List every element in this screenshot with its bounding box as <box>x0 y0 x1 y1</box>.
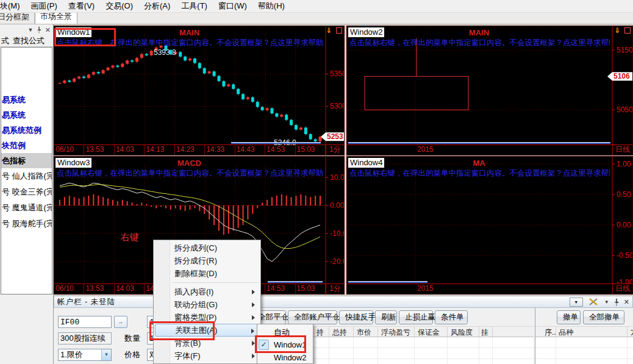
chart-area: 535053005253 MAIN 点击鼠标右键，在弹出的菜单中指定窗口内容。不… <box>54 24 633 296</box>
period-label: 日线 <box>612 284 632 294</box>
time-axis-label: 2015 <box>417 284 434 293</box>
pin-icon[interactable]: ╄ <box>37 27 40 33</box>
account-bar-title: 帐户栏 - 未登陆 <box>57 297 115 307</box>
tree-item-yaojinsanfu[interactable]: 号 咬金三斧(完 <box>1 184 52 200</box>
menu-help[interactable]: 帮助(H) <box>252 0 290 13</box>
menu-modules[interactable]: 块(M) <box>0 0 26 13</box>
chevron-down-icon[interactable]: ▼ <box>27 27 33 33</box>
maximize-icon[interactable] <box>336 27 342 34</box>
window4-help-link[interactable]: 点击鼠标右键，在弹出的菜单中指定窗口内容。不会设置框架？点这里寻求帮助 <box>349 168 610 179</box>
time-axis-label: 13:53 <box>84 284 114 294</box>
svg-text:5050: 5050 <box>617 105 633 114</box>
close-icon[interactable]: ✕ <box>45 27 51 33</box>
svg-text:0.50: 0.50 <box>617 190 631 199</box>
submenu-item-auto[interactable]: 自动 <box>257 326 313 338</box>
orders-table-body[interactable] <box>535 337 633 364</box>
menu-view[interactable]: 查看(V) <box>63 0 100 13</box>
svg-text:-10.00: -10.00 <box>330 229 345 238</box>
col-margin: 保证金 <box>418 327 440 338</box>
submenu-item-window2[interactable]: Window2 <box>257 351 313 364</box>
svg-text:-20.00: -20.00 <box>330 257 345 266</box>
tools-icon[interactable] <box>588 298 599 306</box>
menu-item-font[interactable]: 字体(F) <box>154 349 260 362</box>
menu-screen[interactable]: 画面(P) <box>26 0 63 13</box>
window1-help-link[interactable]: 点击鼠标右键，在弹出的菜单中指定窗口内容。不会设置框架？点这里寻求帮助 <box>57 38 323 48</box>
trade-form-area: .. 300股指连续 数量 1.限价▼ 价格 全部平仓 全部账户平仓 快捷反手 … <box>54 308 633 364</box>
stop-loss-button[interactable]: 止损止赢 <box>399 310 433 324</box>
h-scrollbar[interactable] <box>348 142 610 144</box>
svg-text:5106: 5106 <box>613 72 630 80</box>
col-total-position: 总持 <box>332 327 347 338</box>
menu-item-background[interactable]: 背景(B) <box>154 337 260 349</box>
browse-button[interactable]: .. <box>114 316 127 328</box>
tree-item-trade-system2[interactable]: 易系统 <box>1 107 52 123</box>
time-axis-label: 14:33 <box>205 145 235 155</box>
sidebar: ▼ ╄ ✕ 式 查找公式 易系统 易系统 易系统范例 块范例 色指标 号 仙人指… <box>0 24 54 296</box>
time-axis-label: 14:03 <box>115 145 145 155</box>
h-scrollbar[interactable] <box>268 281 323 283</box>
pin-icon[interactable]: ╄ <box>615 299 618 305</box>
menu-item-split-rows[interactable]: 拆分成行(R) <box>154 254 260 267</box>
submenu-item-window1[interactable]: ✓ Window1 <box>257 338 313 351</box>
tree-item-guhaiduoshou[interactable]: 号 股海舵手(完 <box>1 216 52 232</box>
col-pending: 挂 <box>481 327 488 338</box>
period-label: 日线 <box>612 145 632 155</box>
chart-window-1[interactable]: 535053005253 MAIN 点击鼠标右键，在弹出的菜单中指定窗口内容。不… <box>54 26 345 155</box>
menu-trade[interactable]: 交易(O) <box>100 0 138 13</box>
svg-text:0.00: 0.00 <box>330 201 345 210</box>
chart-window-2[interactable]: 515050505106 MAIN 点击鼠标右键，在弹出的菜单中指定窗口内容。不… <box>346 26 633 155</box>
h-scrollbar[interactable] <box>231 142 321 144</box>
tree-item-module-examples[interactable]: 块范例 <box>1 138 52 153</box>
svg-text:10.00: 10.00 <box>330 173 345 182</box>
close-all-accounts-button[interactable]: 全部账户平仓 <box>288 310 337 324</box>
sidebar-dock-header: ▼ ╄ ✕ <box>0 24 53 35</box>
menu-analysis[interactable]: 分析(A) <box>138 0 176 13</box>
cancel-all-orders-button[interactable]: 全部撤单 <box>583 310 624 324</box>
link-anchor-icon[interactable]: ⇓ <box>326 27 332 34</box>
contract-name-field: 300股指连续 <box>58 332 112 344</box>
svg-text:-0.50: -0.50 <box>617 251 633 260</box>
menu-item-delete-frame[interactable]: 删除框架(D) <box>154 267 260 280</box>
time-axis-label: 14:03 <box>115 284 145 294</box>
time-axis-label: 15:03 <box>296 145 326 155</box>
chart-window-4[interactable]: 1.000.500.00-0.50-1.00 MA 点击鼠标右键，在弹出的菜单中… <box>346 156 633 294</box>
tree-item-trade-system[interactable]: 易系统 <box>1 92 52 107</box>
time-axis-label: 14:43 <box>235 145 265 155</box>
symbol-input[interactable] <box>58 316 112 328</box>
time-axis-label: 2015 <box>417 145 434 154</box>
tree-item-moguitongdao[interactable]: 号 魔鬼通道(完 <box>1 200 52 216</box>
dropdown-button[interactable]: ▼ <box>570 298 583 307</box>
refresh-button[interactable]: 刷新 <box>375 310 397 324</box>
maximize-icon[interactable] <box>624 27 631 34</box>
menu-item-link-main-chart[interactable]: 关联主图(A) <box>155 324 259 337</box>
cancel-order-button[interactable]: 撤单 <box>557 310 581 324</box>
tab-market-overview[interactable]: 市场全景 <box>35 13 77 24</box>
account-bar-controls: ▼ ▼ ╄ ✕ <box>570 298 629 307</box>
close-icon[interactable]: ✕ <box>624 298 629 306</box>
chevron-down-icon[interactable]: ▼ <box>604 299 609 305</box>
tree-item-system-examples[interactable]: 易系统范例 <box>1 123 52 138</box>
menu-tools[interactable]: 工具(T) <box>176 0 213 13</box>
svg-text:5300: 5300 <box>330 102 345 110</box>
menu-item-split-columns[interactable]: 拆分成列(C) <box>154 241 260 254</box>
tab-day-frame[interactable]: 日分框架 <box>0 13 35 24</box>
menu-item-insert-content[interactable]: 插入内容(I) <box>154 285 260 298</box>
quick-reverse-button[interactable]: 快捷反手 <box>339 310 373 324</box>
h-scrollbar[interactable] <box>348 281 427 283</box>
window2-help-link[interactable]: 点击鼠标右键，在弹出的菜单中指定窗口内容。不会设置框架？点这里寻求帮助 <box>349 38 610 48</box>
context-menu: 拆分成列(C) 拆分成行(R) 删除框架(D) 插入内容(I) 联动分组(G) … <box>153 240 261 364</box>
window3-help-link[interactable]: 点击鼠标右键，在弹出的菜单中指定窗口内容。不会设置框架？点这里寻求帮助 <box>57 168 323 179</box>
account-panel-left-gap <box>0 296 54 364</box>
menu-item-link-group[interactable]: 联动分组(G) <box>154 298 260 311</box>
condition-order-button[interactable]: 条件单 <box>435 310 468 324</box>
menu-item-pane-type[interactable]: 窗格类型(P) <box>154 311 260 324</box>
sidebar-tab-find-formula[interactable]: 查找公式 <box>13 35 45 46</box>
menu-bar: 块(M) 画面(P) 查看(V) 交易(O) 分析(A) 工具(T) 窗口(W)… <box>0 0 633 13</box>
menu-window[interactable]: 窗口(W) <box>213 0 252 13</box>
price-type-select[interactable]: 1.限价▼ <box>58 349 112 361</box>
time-axis-label: 13:53 <box>84 145 114 155</box>
tree-item-indicators-selected[interactable]: 色指标 <box>1 153 52 168</box>
sidebar-tab-formula[interactable]: 式 <box>1 35 9 46</box>
link-anchor-icon[interactable]: ⇓ <box>614 27 620 34</box>
tree-item-xianrenzhilu[interactable]: 号 仙人指路(完 <box>1 168 52 184</box>
